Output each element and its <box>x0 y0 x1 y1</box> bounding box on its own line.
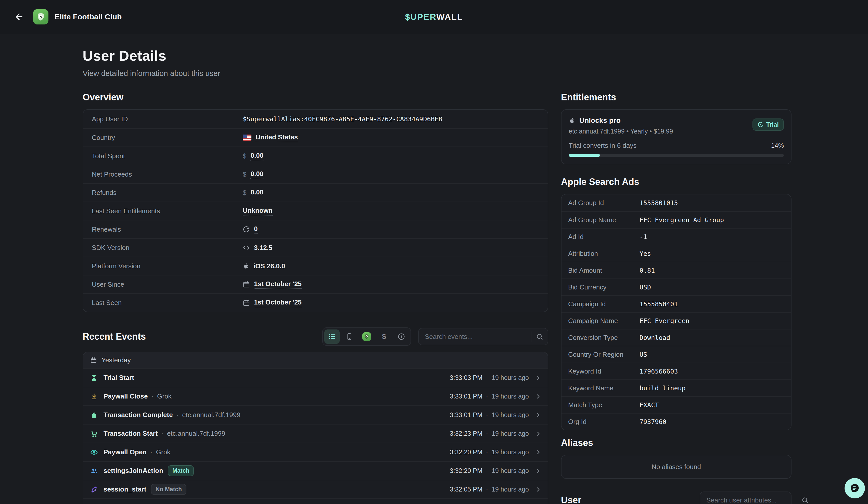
apple-icon <box>243 262 249 270</box>
table-row: Refunds $0.00 <box>83 183 548 201</box>
eye-icon <box>90 449 99 456</box>
user-since-value[interactable]: 1st October '25 <box>254 280 302 289</box>
row-label: Keyword Id <box>568 367 640 375</box>
users-icon <box>90 467 99 474</box>
row-label: Keyword Name <box>568 384 640 392</box>
row-label: Last Seen Entitlements <box>92 207 243 215</box>
row-value: 1796566603 <box>640 368 678 375</box>
aliases-heading: Aliases <box>561 438 792 448</box>
events-search <box>418 328 548 345</box>
events-group-label: Yesterday <box>102 356 131 364</box>
apple-search-ads-heading: Apple Search Ads <box>561 177 792 187</box>
event-subtitle: Grok <box>148 392 171 400</box>
entitlement-product-details: etc.annual.7df.1999 • Yearly • $19.99 <box>569 128 753 135</box>
trial-percent: 14% <box>771 142 784 149</box>
app-name: Elite Football Club <box>54 12 122 21</box>
no-aliases-text: No aliases found <box>651 463 701 471</box>
support-chat-button[interactable] <box>845 478 865 498</box>
search-icon[interactable] <box>797 497 813 504</box>
logo-accent-part: $UPER <box>405 12 436 22</box>
table-row: Platform Version iOS 26.0.0 <box>83 256 548 275</box>
table-row: Bid Amount0.81 <box>561 262 791 279</box>
event-row[interactable]: Paywall Open Grok 3:32:20 PM 19 hours ag… <box>83 443 548 461</box>
filter-app-events-button[interactable] <box>359 329 374 344</box>
renewals-value[interactable]: 0 <box>254 225 258 234</box>
event-relative-time: 19 hours ago <box>483 486 529 493</box>
event-row[interactable]: Transaction Start etc.annual.7df.1999 3:… <box>83 424 548 443</box>
row-label: Ad Id <box>568 233 640 241</box>
event-row[interactable]: Trial Start 3:33:03 PM 19 hours ago <box>83 368 548 387</box>
search-icon[interactable] <box>531 333 548 340</box>
shopping-cart-icon <box>90 430 99 438</box>
apple-search-ads-section: Apple Search Ads Ad Group Id1555801015 A… <box>561 177 792 430</box>
row-value: 7937960 <box>640 418 666 426</box>
event-row[interactable]: session_start No Match 3:32:05 PM 19 hou… <box>83 480 548 498</box>
event-time: 3:32:20 PM <box>450 467 483 474</box>
row-label: Bid Currency <box>568 283 640 291</box>
chevron-right-icon <box>535 375 541 381</box>
filter-all-events-button[interactable] <box>324 329 340 344</box>
user-heading: User <box>561 495 700 504</box>
trial-badge: Trial <box>753 118 784 131</box>
session-spark-icon <box>90 486 99 493</box>
row-label: Last Seen <box>92 299 243 307</box>
table-row: Campaign NameEFC Evergreen <box>561 312 791 329</box>
code-icon <box>243 244 250 251</box>
trial-converts-text: Trial converts in 6 days <box>569 142 771 149</box>
row-label: Bid Amount <box>568 266 640 274</box>
filter-device-events-button[interactable] <box>342 329 357 344</box>
event-relative-time: 19 hours ago <box>483 374 529 381</box>
event-time: 3:32:23 PM <box>450 430 483 437</box>
row-label: Net Proceeds <box>92 170 243 178</box>
event-title: Trial Start <box>104 374 134 382</box>
filter-info-events-button[interactable] <box>394 329 409 344</box>
calendar-icon <box>243 299 250 306</box>
filter-revenue-events-button[interactable]: $ <box>376 329 392 344</box>
row-label: Campaign Name <box>568 317 640 325</box>
event-row[interactable]: Transaction Complete etc.annual.7df.1999… <box>83 406 548 424</box>
event-subtitle: etc.annual.7df.1999 <box>158 430 225 438</box>
row-value: 1555801015 <box>640 199 678 207</box>
platform-version-value: iOS 26.0.0 <box>254 262 285 270</box>
events-card: Yesterday Trial Start 3:33:03 PM 19 hour… <box>83 352 548 504</box>
refresh-icon <box>243 226 250 233</box>
total-spent-value[interactable]: 0.00 <box>250 151 264 160</box>
event-row[interactable]: Paywall Close Grok 3:33:01 PM 19 hours a… <box>83 387 548 406</box>
row-value: 1555850401 <box>640 301 678 308</box>
page-subtitle: View detailed information about this use… <box>83 69 792 78</box>
net-proceeds-value[interactable]: 0.00 <box>250 170 264 179</box>
refunds-value[interactable]: 0.00 <box>250 188 264 197</box>
chevron-right-icon <box>535 393 541 400</box>
row-value: Yes <box>640 250 651 258</box>
event-row[interactable]: settingsJoinAction Match 3:32:20 PM 19 h… <box>83 461 548 480</box>
event-subtitle: Grok <box>147 448 170 456</box>
back-button[interactable] <box>12 10 26 24</box>
table-row: Keyword Namebuild lineup <box>561 379 791 396</box>
events-search-input[interactable] <box>419 333 531 341</box>
country-value[interactable]: United States <box>256 133 298 142</box>
event-badge: No Match <box>151 484 187 495</box>
chevron-right-icon <box>535 430 541 437</box>
last-seen-entitlements-value[interactable]: Unknown <box>243 207 272 216</box>
event-time: 3:32:05 PM <box>450 486 483 493</box>
row-value: Download <box>640 334 670 342</box>
apple-search-ads-card: Ad Group Id1555801015 Ad Group NameEFC E… <box>561 194 792 430</box>
event-title: Paywall Close <box>104 392 148 400</box>
page-title: User Details <box>83 48 792 64</box>
chevron-right-icon <box>535 486 541 493</box>
row-label: User Since <box>92 281 243 288</box>
user-attributes-search-input[interactable] <box>700 496 797 504</box>
app-logo-icon <box>33 9 49 24</box>
event-time: 3:33:01 PM <box>450 411 483 419</box>
event-relative-time: 19 hours ago <box>483 411 529 419</box>
table-row: Ad Group Id1555801015 <box>561 195 791 211</box>
table-row: App User ID $SuperwallAlias:40EC9876-A85… <box>83 110 548 128</box>
table-row: Match TypeEXACT <box>561 396 791 413</box>
event-row[interactable]: Session Start 3:32:05 PM 19 hours ago <box>83 498 548 504</box>
overview-card: App User ID $SuperwallAlias:40EC9876-A85… <box>83 109 548 312</box>
row-value: USD <box>640 284 651 291</box>
last-seen-value[interactable]: 1st October '25 <box>254 298 302 307</box>
logo-rest-part: WALL <box>436 12 463 22</box>
event-relative-time: 19 hours ago <box>483 393 529 400</box>
entitlement-card: Unlocks pro etc.annual.7df.1999 • Yearly… <box>561 109 792 164</box>
